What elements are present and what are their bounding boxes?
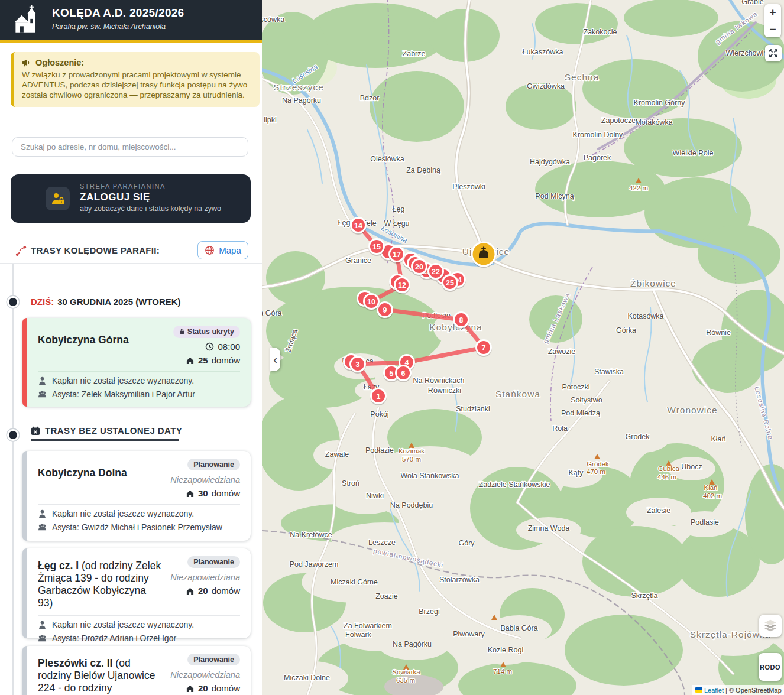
announcement-title: Ogłoszenie:	[35, 58, 84, 67]
app-header: KOLĘDA A.D. 2025/2026 Parafia pw. św. Mi…	[0, 0, 262, 43]
route-card[interactable]: Pleszówki cz. II (od rodziny Bielów Ujan…	[22, 646, 251, 695]
login-subtitle: aby zobaczyć dane i status kolędy na żyw…	[80, 204, 221, 213]
card-divider	[38, 615, 240, 616]
map-label: Granice	[345, 256, 371, 265]
route-marker-17[interactable]: 17	[388, 247, 405, 264]
rodo-button[interactable]: RODO	[759, 653, 782, 681]
undated-section-header: TRASY BEZ USTALONEJ DATY	[31, 426, 182, 441]
sidebar-collapse-button[interactable]: ‹	[270, 348, 280, 371]
map-label: Kąty	[568, 469, 584, 477]
route-houses: 25domów	[162, 355, 240, 365]
route-card[interactable]: Łęg cz. I (od rodziny Zelek Żmiąca 139 -…	[22, 548, 251, 638]
map-label: Pod Miedzą	[561, 409, 600, 417]
priest-row: Kapłan nie został jeszcze wyznaczony.	[38, 376, 240, 385]
priest-icon	[38, 621, 47, 629]
map-label: Skrzętla-Rojówka	[690, 629, 771, 639]
route-marker-25[interactable]: 25	[442, 275, 458, 293]
map-label: iele	[365, 219, 377, 228]
parish-subtitle: Parafia pw. św. Michała Archanioła	[52, 22, 166, 31]
route-marker-14[interactable]: 14	[350, 218, 367, 235]
route-marker-7[interactable]: 7	[475, 340, 492, 358]
map-label: 402 m	[703, 492, 722, 499]
map-label: Pleszówki	[452, 183, 485, 191]
route-marker-3[interactable]: 3	[349, 357, 366, 374]
map-label: Kozimak	[399, 447, 425, 454]
map-label: Sołtystwo	[571, 396, 602, 404]
login-button[interactable]: STREFA PARAFIANINA ZALOGUJ SIĘ aby zobac…	[11, 174, 251, 223]
map-label: Stroń	[342, 479, 359, 488]
map-label: lipki	[264, 116, 277, 124]
today-label: DZIŚ:	[31, 297, 54, 307]
route-marker-15[interactable]: 15	[368, 239, 385, 256]
route-marker-6[interactable]: 6	[395, 366, 412, 383]
route-marker-22[interactable]: 22	[427, 264, 444, 281]
user-lock-icon	[51, 191, 65, 206]
assist-row: Asysta: Gwiżdż Michał i Pasionek Przemys…	[38, 522, 240, 532]
fullscreen-icon	[768, 48, 779, 59]
leaflet-link[interactable]: Leaflet	[704, 687, 724, 694]
fullscreen-button[interactable]	[765, 45, 782, 61]
route-title: Kobyłczyna Górna	[38, 326, 162, 365]
timeline-line	[12, 264, 14, 695]
map-label: Pagórek	[584, 154, 611, 162]
route-houses: 20domów	[162, 683, 240, 693]
timeline-dot-today	[9, 298, 17, 306]
map-attribution: Leaflet | © OpenStreetMap	[692, 685, 784, 695]
timeline-dot-undated	[9, 431, 17, 439]
divider	[0, 263, 262, 264]
svg-text:9: 9	[383, 306, 387, 314]
svg-text:1: 1	[377, 392, 381, 401]
map-label: Równie	[706, 329, 731, 337]
route-marker-1[interactable]: 1	[370, 389, 387, 406]
svg-text:5: 5	[390, 369, 394, 378]
route-card-today[interactable]: Kobyłczyna Górna Status ukryty 08:00 25d…	[22, 318, 251, 407]
map-label: Wronowice	[667, 405, 717, 415]
map-label: Na Równickach	[413, 376, 465, 385]
route-marker-12[interactable]: 12	[394, 278, 410, 295]
map-label: Żbikowice	[630, 278, 676, 288]
announcement-body: W związku z prowadzonymi pracami projekt…	[22, 70, 252, 100]
map-label: Pod Micyną	[535, 192, 574, 200]
house-icon	[186, 587, 195, 595]
map-label: Bdzor	[360, 94, 380, 102]
app-window: ńscówkaZabrzeStrzeszyceNa PagórkulipkiBd…	[0, 0, 784, 695]
map-label: Leszcze	[368, 538, 396, 547]
map-label: Rola	[552, 424, 568, 433]
map-view-button[interactable]: Mapa	[197, 241, 248, 259]
route-houses: 20domów	[162, 586, 240, 596]
map-label: Studzianki	[456, 405, 490, 413]
church-marker[interactable]	[471, 242, 496, 268]
map-label: Kłań	[711, 435, 725, 443]
map-label: Kromolin Dolny	[573, 131, 624, 139]
status-badge: Status ukryty	[173, 326, 240, 338]
svg-text:22: 22	[432, 268, 440, 276]
map-label: Na Kretówce	[290, 531, 332, 539]
people-icon	[38, 634, 47, 642]
map-label: Skrzętla	[631, 592, 657, 600]
map-label: Sechna	[565, 72, 600, 82]
lock-icon	[179, 328, 185, 336]
zoom-in-button[interactable]: +	[764, 4, 781, 21]
house-icon	[186, 489, 195, 498]
login-title: ZALOGUJ SIĘ	[80, 191, 150, 203]
map-label: Cubica	[658, 465, 679, 472]
map-canvas[interactable]: ńscówkaZabrzeStrzeszyceNa PagórkulipkiBd…	[262, 0, 784, 695]
route-marker-10[interactable]: 10	[363, 294, 380, 311]
route-marker-8[interactable]: 8	[453, 313, 469, 330]
today-heading: DZIŚ:30 GRUDNIA 2025 (WTOREK)	[31, 297, 181, 307]
svg-text:12: 12	[398, 281, 406, 290]
map-label: Gródek	[587, 460, 609, 467]
route-marker-20[interactable]: 20	[411, 259, 427, 277]
map-label: Stańkowa	[495, 389, 540, 399]
map-label: Sowiarka	[392, 668, 420, 675]
map-label: Zapotocze	[601, 116, 636, 125]
layers-button[interactable]	[759, 615, 782, 637]
globe-icon	[205, 245, 215, 255]
zoom-out-button[interactable]: −	[764, 21, 781, 38]
search-input[interactable]	[12, 137, 248, 157]
map-label: Wielkie Pole	[673, 149, 714, 157]
route-card[interactable]: Kobyłczyna Dolna Planowanie Niezapowiedz…	[22, 451, 251, 541]
planning-badge: Planowanie	[187, 556, 240, 568]
map-label: Grable	[741, 0, 764, 6]
card-divider	[38, 504, 240, 505]
